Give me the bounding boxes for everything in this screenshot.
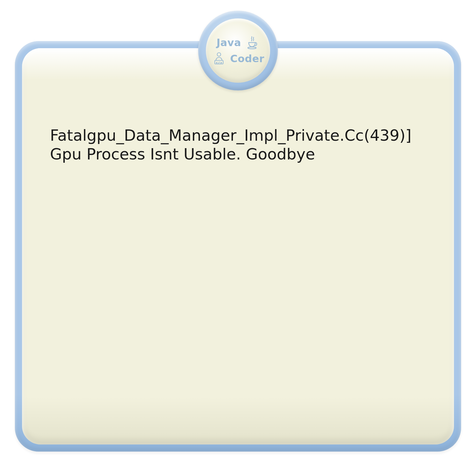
badge-text-java: Java <box>217 37 241 48</box>
badge-top-row: Java <box>217 35 260 50</box>
stage: Fatalgpu_Data_Manager_Impl_Private.Cc(43… <box>0 0 476 476</box>
svg-point-0 <box>248 47 256 49</box>
card-frame: Fatalgpu_Data_Manager_Impl_Private.Cc(43… <box>15 41 461 452</box>
developer-icon <box>212 51 226 66</box>
error-message-text: Fatalgpu_Data_Manager_Impl_Private.Cc(43… <box>50 126 426 164</box>
java-cup-icon <box>245 35 259 50</box>
svg-point-1 <box>217 53 221 56</box>
card-panel: Fatalgpu_Data_Manager_Impl_Private.Cc(43… <box>22 48 454 444</box>
logo-badge: Java <box>198 11 278 90</box>
badge-bottom-row: Coder <box>212 51 264 66</box>
badge-text-coder: Coder <box>230 53 264 65</box>
logo-badge-inner: Java <box>206 18 270 83</box>
